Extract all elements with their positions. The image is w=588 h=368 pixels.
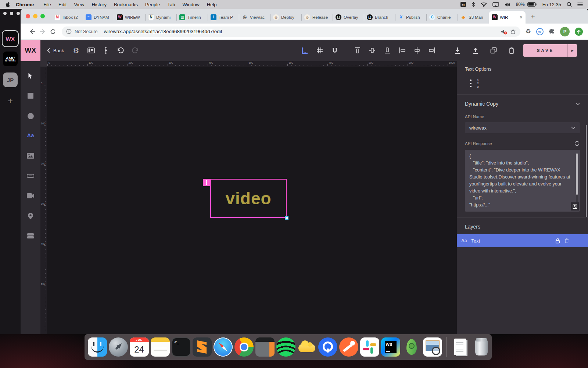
window-dot[interactable] [17, 12, 20, 15]
snap-magnet-icon[interactable] [330, 46, 340, 55]
align-right-icon[interactable] [427, 46, 437, 55]
workspace-jp-avatar[interactable]: JP [3, 72, 18, 87]
display-mirroring-icon[interactable] [492, 2, 499, 7]
dock-item-finder[interactable] [87, 334, 108, 360]
refresh-icon[interactable] [574, 141, 580, 146]
align-left-icon[interactable] [398, 46, 407, 55]
notification-center-icon[interactable] [577, 2, 583, 7]
text-tool[interactable]: Aa [21, 128, 40, 142]
tab-github[interactable]: ΩBranch [364, 11, 395, 24]
tab-jenkins[interactable]: ☺Release [301, 11, 333, 24]
dock-item-spotify[interactable] [275, 334, 296, 360]
duplicate-icon[interactable] [489, 46, 498, 55]
editor-canvas[interactable]: video [47, 67, 457, 334]
align-top-icon[interactable] [353, 46, 362, 55]
bullet-list-icon[interactable] [470, 78, 472, 87]
tracker-icon[interactable] [101, 46, 111, 55]
rectangle-tool[interactable] [21, 89, 40, 102]
battery-percent[interactable]: 80% [516, 2, 525, 7]
recycle-extension-icon[interactable]: ♻ [526, 28, 531, 35]
battery-icon[interactable] [527, 2, 537, 7]
layer-row-text[interactable]: Aa Text [457, 234, 588, 247]
panel-scrollbar[interactable] [586, 125, 587, 217]
canvas-text-element[interactable]: video [210, 179, 287, 218]
lock-icon[interactable] [555, 238, 560, 244]
dock-item-terminal[interactable] [171, 334, 191, 360]
tab-notion[interactable]: NDynami [145, 11, 176, 24]
tab-wirewax[interactable]: WWIREW [114, 11, 145, 24]
save-button[interactable]: SAVE ▶ [523, 44, 577, 57]
api-response-textarea[interactable]: { "title": "dive into the studio", "cont… [465, 150, 580, 212]
dock-item-notes[interactable] [150, 334, 171, 360]
browser-update-icon[interactable] [575, 28, 583, 36]
save-options-arrow[interactable]: ▶ [567, 44, 577, 57]
dock-item-mongodb[interactable] [401, 334, 422, 360]
dock-item-webstorm[interactable]: WS [380, 334, 401, 360]
close-icon[interactable]: × [520, 14, 523, 20]
menu-window[interactable]: Window [182, 2, 199, 7]
close-window-button[interactable] [26, 14, 30, 18]
tab-s3[interactable]: ◆S3 Man [458, 11, 489, 24]
volume-icon[interactable] [505, 2, 510, 7]
back-icon[interactable] [27, 26, 37, 37]
menu-help[interactable]: Help [207, 2, 217, 7]
tab-trello[interactable]: ‖Team P [208, 11, 239, 24]
tab-charlie[interactable]: CCharlie [426, 11, 458, 24]
dock-item-safari[interactable] [212, 334, 233, 360]
selection-tracker-tag[interactable] [203, 179, 210, 186]
ruler-icon[interactable] [300, 46, 309, 55]
info-icon[interactable] [66, 29, 72, 34]
tab-confluence[interactable]: XPublish [395, 11, 426, 24]
forward-icon[interactable] [37, 26, 48, 37]
new-tab-button[interactable]: + [528, 12, 538, 22]
tab-globe[interactable]: ⊕View/ac [239, 11, 270, 24]
video-tool[interactable] [21, 189, 40, 202]
numbered-list-icon[interactable]: 123 [477, 78, 479, 88]
tab-wirewax[interactable]: WWIR× [489, 11, 526, 24]
reload-icon[interactable] [48, 26, 58, 37]
align-center-icon[interactable] [412, 46, 422, 55]
tab-github[interactable]: ΩOverlay [333, 11, 364, 24]
menu-history[interactable]: History [92, 2, 106, 7]
dock-item-chrome[interactable] [233, 334, 254, 360]
button-tool[interactable] [21, 169, 40, 183]
menu-file[interactable]: File [43, 2, 51, 7]
minimize-window-button[interactable] [33, 14, 37, 18]
zoom-window-button[interactable] [40, 14, 45, 18]
move-backward-icon[interactable] [453, 46, 462, 55]
redo-icon[interactable] [130, 46, 140, 55]
menu-app-name[interactable]: Chrome [16, 2, 34, 7]
tab-jenkins[interactable]: ☺Deploy [270, 11, 301, 24]
strip-window-controls[interactable] [0, 9, 21, 15]
expand-icon[interactable] [571, 202, 579, 210]
dock-item-calculator[interactable] [254, 334, 275, 360]
extensions-puzzle-icon[interactable] [549, 28, 555, 35]
scrollbar-thumb[interactable] [576, 153, 578, 195]
dock-item-preview[interactable] [422, 334, 443, 360]
menu-edit[interactable]: Edit [58, 2, 67, 7]
delete-icon[interactable] [507, 46, 516, 55]
menu-bookmarks[interactable]: Bookmarks [114, 2, 138, 7]
dock-item-cloudapp[interactable] [296, 334, 317, 360]
resize-handle[interactable] [285, 216, 288, 220]
dock-item-pin[interactable] [317, 334, 338, 360]
image-tool[interactable] [21, 149, 40, 162]
dock-item-calendar[interactable]: JUL24 [129, 334, 150, 360]
align-bottom-icon[interactable] [383, 46, 392, 55]
menu-view[interactable]: View [74, 2, 84, 7]
api-name-select[interactable]: wirewax [465, 122, 580, 133]
window-dot[interactable] [3, 12, 7, 15]
workspace-wirewax-icon[interactable]: WX [2, 30, 19, 47]
location-tool[interactable] [21, 209, 40, 223]
menu-clock[interactable]: Fri 12:35 [542, 2, 561, 7]
url-text[interactable]: wirewax.app/assets/5f1ac18ec668992031964… [104, 29, 498, 34]
settings-icon[interactable]: ⚙ [71, 46, 81, 55]
input-source-icon[interactable]: B| [460, 2, 466, 7]
wirewax-logo[interactable]: WX [21, 40, 40, 61]
ellipse-tool[interactable] [21, 109, 40, 123]
infinity-extension-icon[interactable]: ∞ [536, 28, 544, 35]
undo-icon[interactable] [116, 46, 125, 55]
grid-icon[interactable] [315, 46, 325, 55]
dock-item-trash[interactable] [471, 334, 492, 360]
dock-item-slack[interactable] [359, 334, 380, 360]
